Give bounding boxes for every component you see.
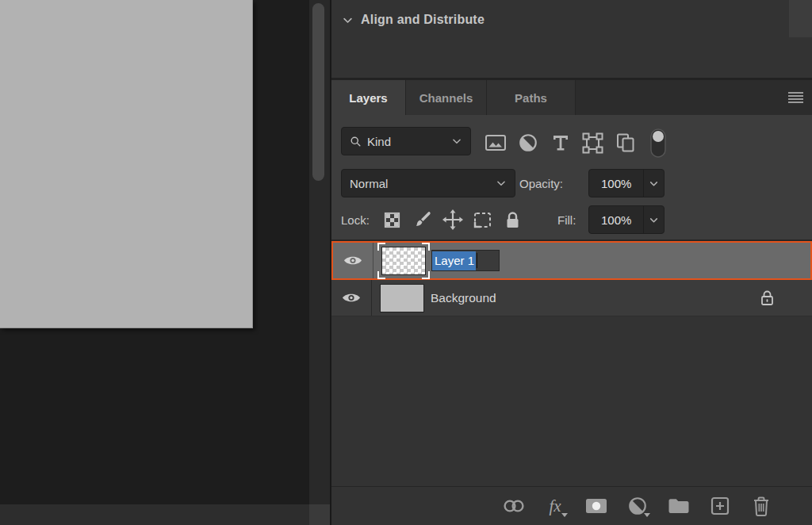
layer-row-layer1[interactable]: Layer 1 bbox=[331, 241, 812, 280]
fill-control: 100% bbox=[588, 205, 665, 234]
delete-layer-icon[interactable] bbox=[749, 494, 773, 518]
panel-gutter bbox=[309, 0, 331, 525]
filter-type-buttons bbox=[484, 127, 669, 159]
layer-name-input[interactable]: Layer 1 bbox=[431, 250, 500, 271]
blend-mode-value: Normal bbox=[350, 177, 388, 190]
lock-artboard-icon[interactable] bbox=[472, 211, 493, 229]
photoshop-window: Align and Distribute Layers Channels Pat… bbox=[0, 0, 812, 525]
chevron-down-icon bbox=[342, 14, 354, 26]
tab-layers[interactable]: Layers bbox=[331, 80, 405, 115]
align-distribute-header[interactable]: Align and Distribute bbox=[342, 13, 485, 27]
opacity-label: Opacity: bbox=[519, 177, 563, 190]
layer-thumbnail[interactable] bbox=[381, 247, 426, 275]
chevron-down-icon bbox=[496, 178, 507, 189]
scroll-track-fragment bbox=[789, 0, 812, 37]
layer-mask-icon[interactable] bbox=[584, 494, 608, 518]
filter-kind-value: Kind bbox=[367, 135, 391, 148]
lock-pixels-icon[interactable] bbox=[412, 210, 433, 229]
lock-buttons bbox=[381, 205, 523, 234]
fill-dropdown-button[interactable] bbox=[644, 215, 664, 225]
layers-list: Layer 1 Background bbox=[331, 241, 812, 484]
tab-channels[interactable]: Channels bbox=[405, 80, 486, 115]
adjustment-layers-filter-icon[interactable] bbox=[516, 132, 539, 153]
new-layer-icon[interactable] bbox=[708, 494, 732, 518]
pixel-layers-filter-icon[interactable] bbox=[484, 133, 507, 152]
align-distribute-title: Align and Distribute bbox=[361, 13, 485, 27]
layers-panel: Align and Distribute Layers Channels Pat… bbox=[331, 0, 812, 525]
group-layers-icon[interactable] bbox=[667, 494, 691, 518]
align-distribute-section: Align and Distribute bbox=[331, 0, 812, 80]
type-layers-filter-icon[interactable] bbox=[549, 133, 572, 152]
opacity-control: 100% bbox=[588, 169, 665, 197]
document-canvas[interactable] bbox=[0, 0, 253, 328]
layer-name-label[interactable]: Background bbox=[431, 291, 496, 305]
scrollbar-corner bbox=[309, 504, 330, 525]
tab-paths[interactable]: Paths bbox=[486, 80, 576, 115]
adjustment-layer-icon[interactable] bbox=[626, 494, 649, 518]
lock-label: Lock: bbox=[341, 213, 370, 227]
fill-label: Fill: bbox=[557, 213, 576, 227]
layer-thumbnail[interactable] bbox=[380, 284, 424, 312]
lock-position-icon[interactable] bbox=[442, 209, 463, 230]
layer-name-selected-text: Layer 1 bbox=[432, 251, 476, 270]
eye-icon bbox=[342, 292, 361, 304]
blend-mode-dropdown[interactable]: Normal bbox=[341, 169, 515, 197]
vertical-scrollbar[interactable] bbox=[312, 3, 324, 181]
panel-menu-icon[interactable] bbox=[788, 92, 803, 103]
layer-style-fx-icon[interactable]: fx bbox=[543, 494, 567, 518]
panel-tabbar: Layers Channels Paths bbox=[331, 80, 812, 115]
layers-controls: Kind bbox=[331, 115, 812, 241]
layers-bottom-toolbar: fx bbox=[331, 486, 812, 525]
opacity-dropdown-button[interactable] bbox=[644, 178, 664, 189]
link-layers-icon[interactable] bbox=[502, 494, 526, 518]
fill-value-field[interactable]: 100% bbox=[589, 213, 643, 227]
lock-transparency-icon[interactable] bbox=[381, 211, 403, 229]
canvas-area[interactable] bbox=[0, 0, 309, 525]
lock-all-icon[interactable] bbox=[502, 211, 523, 229]
filter-toggle-icon[interactable] bbox=[646, 128, 669, 158]
visibility-toggle[interactable] bbox=[331, 280, 372, 316]
shape-layers-filter-icon[interactable] bbox=[581, 132, 604, 154]
canvas-status-strip bbox=[0, 504, 309, 525]
search-icon bbox=[350, 136, 362, 148]
opacity-value-field[interactable]: 100% bbox=[589, 177, 643, 190]
smart-object-filter-icon[interactable] bbox=[614, 132, 637, 153]
locked-layer-icon bbox=[760, 289, 775, 307]
eye-icon bbox=[343, 255, 362, 266]
layer-row-background[interactable]: Background bbox=[331, 280, 812, 316]
visibility-toggle[interactable] bbox=[333, 243, 373, 278]
chevron-down-icon bbox=[451, 136, 462, 147]
filter-kind-dropdown[interactable]: Kind bbox=[341, 127, 471, 155]
text-caret bbox=[477, 253, 477, 268]
